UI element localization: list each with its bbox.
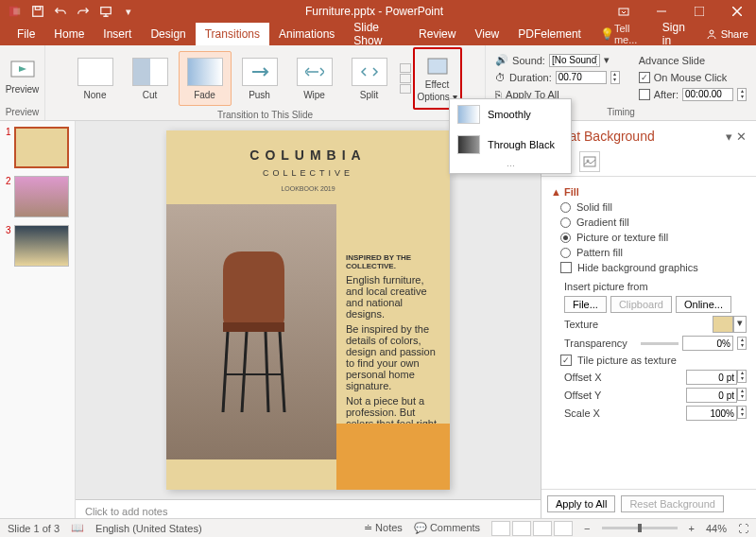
duration-spinner[interactable]: ▴▾	[610, 71, 620, 84]
zoom-slider[interactable]	[602, 527, 678, 529]
after-input[interactable]	[682, 88, 733, 101]
tile-checkbox[interactable]: ✓	[560, 355, 572, 366]
offsetx-input[interactable]	[686, 370, 737, 385]
tab-tellme[interactable]: 💡 Tell me...	[591, 23, 655, 45]
app-icon[interactable]	[6, 2, 25, 21]
offsety-input[interactable]	[686, 388, 737, 403]
thumbnail-2[interactable]	[14, 176, 69, 217]
sound-select[interactable]	[549, 54, 600, 67]
sound-label: Sound:	[512, 55, 545, 66]
transparency-input[interactable]	[682, 336, 733, 351]
spellcheck-icon[interactable]: 📖	[71, 522, 84, 534]
tab-view[interactable]: View	[465, 23, 508, 45]
fill-section[interactable]: ▲ Fill	[551, 186, 747, 198]
after-spinner[interactable]: ▴▾	[737, 88, 747, 101]
advance-label: Advance Slide	[639, 53, 747, 68]
reading-view-icon[interactable]	[533, 521, 552, 536]
apply-to-all-button[interactable]: Apply to All	[547, 495, 615, 512]
texture-dropdown-icon[interactable]: ▾	[733, 316, 747, 333]
tab-transitions[interactable]: Transitions	[196, 23, 269, 45]
gallery-up-icon[interactable]	[400, 63, 411, 73]
offsety-spinner[interactable]: ▴▾	[737, 388, 747, 401]
tab-pdfelement[interactable]: PDFelement	[508, 23, 591, 45]
fill-label: Fill	[564, 186, 579, 198]
tab-review[interactable]: Review	[409, 23, 465, 45]
transition-push[interactable]: Push	[233, 51, 286, 106]
tab-animations[interactable]: Animations	[269, 23, 344, 45]
signin-link[interactable]: Sign in	[655, 21, 698, 47]
qat-customize-icon[interactable]: ▾	[119, 2, 138, 21]
thumbnail-pane: 1 2 3	[0, 121, 76, 518]
radio-pattern[interactable]	[560, 248, 571, 258]
thumb-num-3: 3	[6, 225, 11, 267]
sorter-view-icon[interactable]	[512, 521, 531, 536]
duration-input[interactable]	[556, 71, 607, 84]
zoom-out-icon[interactable]: −	[584, 523, 590, 534]
tab-home[interactable]: Home	[44, 23, 94, 45]
tab-design[interactable]: Design	[141, 23, 195, 45]
transition-wipe[interactable]: Wipe	[288, 51, 341, 106]
slide-canvas[interactable]: COLUMBIA COLLECTIVE LOOKBOOK 2019 INSPIR…	[76, 121, 541, 499]
online-button[interactable]: Online...	[676, 296, 731, 313]
clipboard-button: Clipboard	[610, 296, 672, 313]
tab-slideshow[interactable]: Slide Show	[344, 23, 409, 45]
zoom-level[interactable]: 44%	[706, 523, 727, 534]
offsetx-spinner[interactable]: ▴▾	[737, 370, 747, 383]
scalex-input[interactable]	[686, 406, 737, 421]
close-icon[interactable]	[718, 0, 756, 23]
tab-file[interactable]: File	[8, 23, 44, 45]
slideshow-view-icon[interactable]	[554, 521, 573, 536]
fit-window-icon[interactable]: ⛶	[738, 523, 748, 534]
tab-insert[interactable]: Insert	[94, 23, 141, 45]
hide-bg-checkbox[interactable]	[560, 262, 572, 273]
save-icon[interactable]	[28, 2, 47, 21]
normal-view-icon[interactable]	[491, 521, 510, 536]
comments-button[interactable]: 💬 Comments	[414, 522, 480, 534]
transparency-label: Transparency	[564, 338, 627, 349]
transition-fade[interactable]: Fade	[179, 51, 232, 106]
scalex-spinner[interactable]: ▴▾	[737, 406, 747, 419]
preview-button[interactable]: Preview	[3, 48, 43, 107]
minimize-icon[interactable]	[643, 0, 680, 23]
sound-dropdown-icon[interactable]: ▾	[604, 54, 610, 66]
sound-icon: 🔊	[495, 54, 508, 66]
start-slideshow-icon[interactable]	[96, 2, 115, 21]
file-button[interactable]: File...	[564, 296, 607, 313]
statusbar: Slide 1 of 3 📖 English (United States) ≐…	[0, 518, 756, 537]
pane-close-icon[interactable]: ▾ ✕	[726, 130, 747, 144]
effect-label: Effect	[425, 79, 449, 90]
slide-subtitle: COLLECTIVE	[166, 168, 450, 178]
slide-counter[interactable]: Slide 1 of 3	[8, 523, 60, 534]
thumbnail-1[interactable]	[14, 127, 69, 168]
undo-icon[interactable]	[51, 2, 70, 21]
gallery-down-icon[interactable]	[400, 74, 411, 83]
share-button[interactable]: Share	[698, 28, 756, 40]
slide[interactable]: COLUMBIA COLLECTIVE LOOKBOOK 2019 INSPIR…	[166, 130, 450, 490]
after-checkbox[interactable]	[639, 89, 650, 100]
notes-button[interactable]: ≐ Notes	[364, 522, 403, 534]
texture-swatch[interactable]	[713, 316, 733, 333]
fp-tab-picture-icon[interactable]	[579, 151, 600, 172]
option-smoothly[interactable]: Smoothly	[450, 99, 571, 130]
transition-cut[interactable]: Cut	[124, 51, 177, 106]
transition-none[interactable]: None	[69, 51, 122, 106]
option-through-black[interactable]: Through Black	[450, 130, 571, 160]
radio-gradient[interactable]	[560, 217, 571, 228]
redo-icon[interactable]	[74, 2, 93, 21]
transition-split[interactable]: Split	[343, 51, 396, 106]
gallery-more-icon[interactable]	[400, 84, 411, 94]
language-label[interactable]: English (United States)	[95, 523, 202, 534]
radio-picture[interactable]	[560, 233, 571, 243]
onclick-checkbox[interactable]: ✓	[639, 72, 650, 83]
radio-solid[interactable]	[560, 202, 571, 213]
zoom-in-icon[interactable]: +	[689, 523, 695, 534]
svg-line-18	[266, 332, 268, 412]
ribbon-options-icon[interactable]	[605, 0, 643, 23]
ribbon: Preview Preview None Cut Fade Push Wipe …	[0, 45, 756, 121]
maximize-icon[interactable]	[680, 0, 718, 23]
slide-p1: English furniture, and local creative an…	[346, 274, 440, 320]
transparency-slider[interactable]	[641, 342, 679, 345]
thumbnail-3[interactable]	[14, 225, 69, 267]
slide-lookbook: LOOKBOOK 2019	[166, 185, 450, 192]
transparency-spinner[interactable]: ▴▾	[737, 337, 747, 350]
